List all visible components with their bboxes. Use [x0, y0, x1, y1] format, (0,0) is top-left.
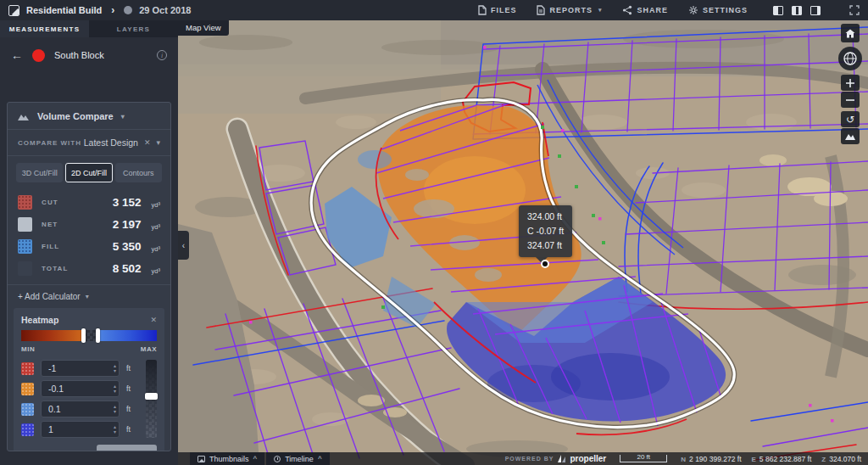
chevron-down-icon: ▾	[156, 138, 160, 147]
powered-by: POWERED BY propeller	[505, 454, 607, 463]
legend-row-cut: CUT 3 152 yd³	[18, 191, 160, 213]
stop-swatch-orange	[21, 383, 34, 395]
measurement-color-dot	[32, 49, 45, 62]
info-icon[interactable]: i	[157, 50, 167, 60]
file-icon	[478, 5, 487, 15]
brand-name: propeller	[570, 454, 606, 463]
coord-n-value: 2 190 399.272 ft	[689, 455, 741, 463]
single-pane-layout-icon[interactable]	[773, 6, 783, 15]
mode-switcher: 3D Cut/Fill 2D Cut/Fill Contours	[8, 156, 170, 189]
minus-icon	[846, 96, 854, 104]
thumbnails-toggle[interactable]: Thumbnails ^	[190, 452, 264, 465]
zoom-in-button[interactable]	[841, 75, 860, 91]
caret-up-icon: ^	[318, 455, 322, 462]
stepper-down-icon[interactable]: ▾	[114, 409, 116, 414]
volume-compare-panel: Volume Compare ▾ COMPARE WITH Latest Des…	[7, 102, 171, 451]
close-icon[interactable]: ✕	[150, 316, 157, 324]
total-unit: yd³	[152, 267, 160, 275]
caret-up-icon: ^	[253, 455, 258, 462]
cut-swatch	[18, 195, 32, 210]
coord-northing: N2 190 399.272 ft	[681, 455, 741, 463]
reset-view-button[interactable]: ↺	[841, 111, 860, 127]
split-pane-layout-icon[interactable]	[792, 6, 802, 15]
apply-row: APPLY	[21, 445, 157, 451]
map-viewport[interactable]: Map View ‹ ↺	[178, 20, 868, 465]
tooltip-cut-value: C -0.07 ft	[527, 224, 564, 238]
back-button[interactable]: ←	[11, 49, 23, 61]
sidebar: MEASUREMENTS LAYERS ← South Block i Volu…	[0, 20, 178, 465]
stop-value-input-2[interactable]	[41, 380, 120, 397]
map-scale-bar: 20 ft	[620, 455, 667, 462]
stop-value-input-4[interactable]	[41, 421, 120, 438]
stop-value-input-1[interactable]	[41, 360, 120, 377]
topbar: Residential Build › 29 Oct 2018 FILES RE…	[0, 0, 868, 20]
collapse-left-icon: ‹	[182, 241, 185, 250]
stop-swatch-red	[21, 362, 34, 375]
right-pane-layout-icon[interactable]	[810, 6, 821, 15]
gear-icon	[688, 5, 698, 15]
cut-value: 3 152	[113, 196, 142, 209]
fill-unit: yd³	[152, 245, 160, 253]
compare-with-select[interactable]: Latest Design ✕ ▾	[84, 137, 160, 148]
gradient-handle-right[interactable]	[96, 328, 100, 343]
clear-comparison-icon[interactable]: ✕	[144, 138, 151, 147]
map-view-tab[interactable]: Map View	[178, 20, 229, 36]
coord-e-label: E	[752, 456, 756, 463]
stepper: ▴▾	[114, 361, 116, 376]
tab-layers[interactable]: LAYERS	[89, 20, 178, 37]
stop-unit: ft	[126, 384, 138, 393]
opacity-slider[interactable]	[146, 360, 157, 438]
heatmap-card: Heatmap ✕ MIN MAX	[14, 308, 164, 451]
stop-value-input-3[interactable]	[41, 401, 120, 417]
zoom-out-button[interactable]	[841, 92, 860, 108]
clock-icon	[274, 456, 281, 462]
timeline-toggle[interactable]: Timeline ^	[266, 452, 329, 465]
add-calculator-label: + Add Calculator	[18, 292, 81, 301]
heatmap-gradient-bar[interactable]	[21, 330, 157, 341]
stop-swatch-lightblue	[21, 403, 34, 416]
terrain-level-button[interactable]	[841, 128, 860, 144]
net-unit: yd³	[152, 223, 160, 231]
mode-3d-cutfill[interactable]: 3D Cut/Fill	[16, 163, 63, 182]
share-label: SHARE	[637, 6, 668, 14]
project-name[interactable]: Residential Build	[26, 5, 102, 15]
fill-label: FILL	[42, 243, 103, 250]
map-bottom-bar: Thumbnails ^ Timeline ^ POWERED BY prope…	[178, 452, 868, 465]
mode-contours[interactable]: Contours	[115, 163, 162, 182]
files-button[interactable]: FILES	[478, 5, 517, 15]
stepper-down-icon[interactable]: ▾	[114, 429, 116, 434]
stepper-down-icon[interactable]: ▾	[114, 389, 116, 394]
reports-button[interactable]: REPORTS ▾	[537, 5, 602, 15]
settings-button[interactable]: SETTINGS	[688, 5, 748, 15]
gradient-handle-left[interactable]	[81, 328, 86, 343]
stepper: ▴▾	[114, 381, 116, 396]
add-calculator-button[interactable]: + Add Calculator ▾	[8, 285, 170, 308]
fullscreen-icon[interactable]	[849, 5, 860, 15]
heatmap-header: Heatmap ✕	[21, 315, 157, 325]
elevation-tooltip: 324.00 ft C -0.07 ft 324.07 ft	[519, 205, 572, 257]
survey-date[interactable]: 29 Oct 2018	[139, 5, 191, 15]
compass-button[interactable]	[838, 47, 862, 70]
home-view-button[interactable]	[841, 24, 860, 42]
settings-label: SETTINGS	[703, 6, 748, 14]
stepper-down-icon[interactable]: ▾	[114, 368, 116, 373]
apply-button[interactable]: APPLY	[97, 445, 157, 451]
tab-measurements[interactable]: MEASUREMENTS	[0, 20, 89, 37]
home-icon	[845, 29, 855, 38]
chevron-down-icon: ▾	[86, 293, 89, 300]
opacity-slider-handle[interactable]	[145, 393, 158, 400]
legend-row-net: NET 2 197 yd³	[18, 213, 160, 235]
app-logo-icon[interactable]	[8, 5, 19, 16]
chevron-right-icon: ›	[111, 4, 114, 16]
panel-title-row[interactable]: Volume Compare ▾	[8, 103, 170, 129]
sidebar-tabs: MEASUREMENTS LAYERS	[0, 20, 178, 37]
compare-with-row: COMPARE WITH Latest Design ✕ ▾	[8, 130, 170, 155]
thumbnails-label: Thumbnails	[209, 455, 249, 463]
stepper: ▴▾	[114, 401, 116, 417]
minmax-row: MIN MAX	[21, 345, 157, 353]
volume-legend: CUT 3 152 yd³ NET 2 197 yd³ FILL 5 350 y…	[8, 189, 170, 284]
mode-2d-cutfill[interactable]: 2D Cut/Fill	[65, 163, 112, 182]
measurement-name: South Block	[54, 50, 147, 60]
sidebar-collapse-handle[interactable]: ‹	[178, 231, 189, 260]
share-button[interactable]: SHARE	[622, 5, 668, 15]
